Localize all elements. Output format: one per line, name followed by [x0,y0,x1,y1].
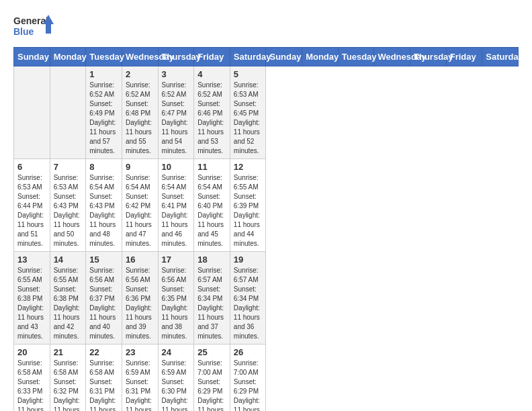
sunset-text: Sunset: 6:49 PM [89,99,118,118]
sunrise-text: Sunrise: 6:57 AM [197,266,226,285]
day-number: 9 [126,162,154,172]
day-number: 22 [89,347,118,357]
daylight-text: Daylight: 11 hours and 57 minutes. [89,118,118,156]
sunrise-text: Sunrise: 7:00 AM [197,359,226,377]
day-number: 1 [89,69,118,79]
sunrise-text: Sunrise: 6:54 AM [162,173,191,192]
day-number: 14 [54,255,83,265]
cell-info: Sunrise: 6:56 AMSunset: 6:37 PMDaylight:… [89,266,118,341]
calendar-cell: 25Sunrise: 7:00 AMSunset: 6:29 PMDayligh… [194,345,230,412]
calendar-cell: 18Sunrise: 6:57 AMSunset: 6:34 PMDayligh… [194,252,230,345]
day-number: 25 [197,347,226,357]
day-number: 13 [17,255,46,265]
sunrise-text: Sunrise: 6:52 AM [89,81,118,99]
cell-info: Sunrise: 6:52 AMSunset: 6:47 PMDaylight:… [162,81,191,156]
calendar-header-row: SundayMondayTuesdayWednesdayThursdayFrid… [14,48,519,66]
sunrise-text: Sunrise: 6:53 AM [54,173,83,192]
sunset-text: Sunset: 6:32 PM [54,377,83,396]
daylight-text: Daylight: 11 hours and 38 minutes. [162,304,191,341]
sunset-text: Sunset: 6:36 PM [126,285,154,304]
calendar-cell: 14Sunrise: 6:55 AMSunset: 6:38 PMDayligh… [50,252,86,345]
daylight-text: Daylight: 11 hours and 51 minutes. [17,211,46,248]
calendar-cell: 7Sunrise: 6:53 AMSunset: 6:43 PMDaylight… [50,159,86,252]
daylight-text: Daylight: 11 hours and 54 minutes. [162,118,191,156]
sunrise-text: Sunrise: 6:58 AM [17,359,46,377]
calendar-week-1: 1Sunrise: 6:52 AMSunset: 6:49 PMDaylight… [14,66,519,159]
day-number: 3 [162,69,191,79]
cell-info: Sunrise: 6:54 AMSunset: 6:42 PMDaylight:… [126,173,154,248]
calendar-cell: 8Sunrise: 6:54 AMSunset: 6:43 PMDaylight… [86,159,122,252]
calendar-week-2: 6Sunrise: 6:53 AMSunset: 6:44 PMDaylight… [14,159,519,252]
sunset-text: Sunset: 6:43 PM [89,192,118,211]
calendar-table: SundayMondayTuesdayWednesdayThursdayFrid… [13,47,519,411]
calendar-cell: 6Sunrise: 6:53 AMSunset: 6:44 PMDaylight… [14,159,50,252]
cell-info: Sunrise: 7:00 AMSunset: 6:29 PMDaylight:… [197,359,226,411]
sunset-text: Sunset: 6:42 PM [126,192,154,211]
cell-info: Sunrise: 6:52 AMSunset: 6:49 PMDaylight:… [89,81,118,156]
cell-info: Sunrise: 6:58 AMSunset: 6:32 PMDaylight:… [54,359,83,411]
calendar-cell: 9Sunrise: 6:54 AMSunset: 6:42 PMDaylight… [122,159,158,252]
sunset-text: Sunset: 6:29 PM [234,377,263,396]
daylight-text: Daylight: 11 hours and 30 minutes. [162,396,191,411]
sunrise-text: Sunrise: 6:59 AM [162,359,191,377]
calendar-week-4: 20Sunrise: 6:58 AMSunset: 6:33 PMDayligh… [14,345,519,412]
sunrise-text: Sunrise: 6:53 AM [17,173,46,192]
sunrise-text: Sunrise: 6:54 AM [197,173,226,192]
day-header-monday: Monday [302,48,339,66]
sunset-text: Sunset: 6:31 PM [126,377,154,396]
calendar-cell: 11Sunrise: 6:54 AMSunset: 6:40 PMDayligh… [194,159,230,252]
cell-info: Sunrise: 6:56 AMSunset: 6:36 PMDaylight:… [126,266,154,341]
cell-info: Sunrise: 6:58 AMSunset: 6:33 PMDaylight:… [17,359,46,411]
day-number: 23 [126,347,154,357]
daylight-text: Daylight: 11 hours and 48 minutes. [89,211,118,248]
day-header-tuesday: Tuesday [86,48,122,66]
sunrise-text: Sunrise: 6:53 AM [234,81,263,99]
calendar-cell: 3Sunrise: 6:52 AMSunset: 6:47 PMDaylight… [158,66,194,159]
page-header: General Blue [13,13,519,40]
sunset-text: Sunset: 6:38 PM [17,285,46,304]
day-header-tuesday: Tuesday [338,48,374,66]
calendar-cell: 17Sunrise: 6:56 AMSunset: 6:35 PMDayligh… [158,252,194,345]
cell-info: Sunrise: 6:57 AMSunset: 6:34 PMDaylight:… [197,266,226,341]
day-header-friday: Friday [194,48,230,66]
calendar-cell [14,66,50,159]
day-number: 16 [126,255,154,265]
daylight-text: Daylight: 11 hours and 43 minutes. [17,304,46,341]
cell-info: Sunrise: 6:59 AMSunset: 6:31 PMDaylight:… [126,359,154,411]
day-header-friday: Friday [446,48,482,66]
day-number: 18 [197,255,226,265]
day-number: 8 [89,162,118,172]
sunset-text: Sunset: 6:29 PM [197,377,226,396]
calendar-cell: 2Sunrise: 6:52 AMSunset: 6:48 PMDaylight… [122,66,158,159]
day-number: 5 [234,69,263,79]
daylight-text: Daylight: 11 hours and 46 minutes. [162,211,191,248]
daylight-text: Daylight: 11 hours and 39 minutes. [126,304,154,341]
sunset-text: Sunset: 6:31 PM [89,377,118,396]
sunset-text: Sunset: 6:44 PM [17,192,46,211]
logo: General Blue [13,13,54,40]
cell-info: Sunrise: 6:59 AMSunset: 6:30 PMDaylight:… [162,359,191,411]
day-header-sunday: Sunday [266,48,302,66]
svg-text:General: General [13,15,48,26]
cell-info: Sunrise: 6:54 AMSunset: 6:41 PMDaylight:… [162,173,191,248]
calendar-cell: 10Sunrise: 6:54 AMSunset: 6:41 PMDayligh… [158,159,194,252]
sunset-text: Sunset: 6:46 PM [197,99,226,118]
daylight-text: Daylight: 11 hours and 40 minutes. [89,304,118,341]
day-header-wednesday: Wednesday [374,48,410,66]
sunset-text: Sunset: 6:39 PM [234,192,263,211]
sunset-text: Sunset: 6:47 PM [162,99,191,118]
day-header-sunday: Sunday [14,48,50,66]
daylight-text: Daylight: 11 hours and 45 minutes. [197,211,226,248]
day-header-saturday: Saturday [482,48,519,66]
cell-info: Sunrise: 6:58 AMSunset: 6:31 PMDaylight:… [89,359,118,411]
calendar-cell: 4Sunrise: 6:52 AMSunset: 6:46 PMDaylight… [194,66,230,159]
sunrise-text: Sunrise: 6:55 AM [234,173,263,192]
sunrise-text: Sunrise: 6:58 AM [89,359,118,377]
daylight-text: Daylight: 11 hours and 47 minutes. [126,211,154,248]
day-number: 12 [234,162,263,172]
daylight-text: Daylight: 11 hours and 44 minutes. [234,211,263,248]
day-number: 10 [162,162,191,172]
cell-info: Sunrise: 6:55 AMSunset: 6:38 PMDaylight:… [54,266,83,341]
calendar-cell: 22Sunrise: 6:58 AMSunset: 6:31 PMDayligh… [86,345,122,412]
sunset-text: Sunset: 6:41 PM [162,192,191,211]
